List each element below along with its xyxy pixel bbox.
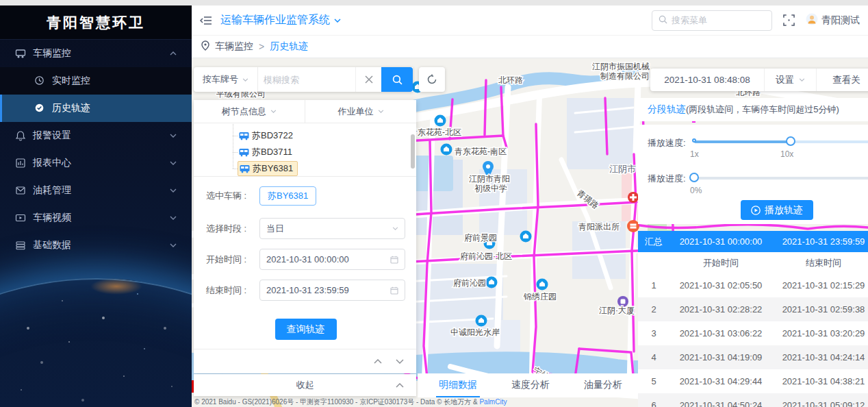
table-row[interactable]: 5 2021-10-31 04:29:44 2021-10-31 04:38:2…: [638, 369, 868, 393]
globe-decoration: [0, 247, 192, 407]
sidebar-item-base-data[interactable]: 基础数据: [0, 232, 192, 259]
user-menu[interactable]: 青阳测试: [806, 13, 860, 28]
menu-search-input[interactable]: [672, 15, 754, 25]
poi-icon[interactable]: [520, 231, 532, 243]
table-row[interactable]: 3 2021-10-31 03:06:22 2021-10-31 03:20:2…: [638, 321, 868, 345]
menu-search-box[interactable]: [652, 10, 772, 31]
breadcrumb: 车辆监控 > 历史轨迹: [192, 36, 868, 58]
search-button[interactable]: [381, 67, 413, 92]
col-end-time: 结束时间: [772, 257, 868, 269]
breadcrumb-current[interactable]: 历史轨迹: [270, 40, 308, 53]
poi-icon[interactable]: [537, 279, 548, 291]
clear-search-button[interactable]: [355, 67, 381, 92]
app-root: 青阳智慧环卫 车辆监控 实时监控 历史轨: [0, 0, 868, 407]
sidebar-item-vehicle-monitor[interactable]: 车辆监控: [0, 40, 192, 67]
tree-scrollbar[interactable]: [411, 134, 415, 169]
sidebar-collapse-icon[interactable]: [200, 16, 212, 25]
poi-icon[interactable]: [486, 277, 498, 288]
breadcrumb-section[interactable]: 车辆监控: [215, 40, 253, 53]
table-row[interactable]: 4 2021-10-31 04:19:09 2021-10-31 04:24:1…: [638, 345, 868, 369]
system-switch-caret-icon[interactable]: [334, 18, 341, 23]
report-icon: [15, 158, 26, 169]
globe-glow: [90, 278, 142, 295]
tab-tree-node-info[interactable]: 树节点信息: [194, 100, 305, 123]
period-select[interactable]: 当日: [259, 218, 405, 239]
query-form: 选中车辆 : 苏BY6381 选择时段 : 当日 开始时间 : 2021-10-…: [194, 177, 416, 340]
bus-icon: [239, 148, 249, 157]
sidebar-item-history-track[interactable]: 历史轨迹: [0, 95, 192, 122]
table-header-row: 开始时间 结束时间: [638, 252, 868, 273]
sidebar-item-label: 历史轨迹: [52, 102, 90, 114]
tree-node-vehicle[interactable]: 苏BD3711: [194, 144, 416, 160]
fuzzy-search-input[interactable]: [258, 67, 355, 92]
chevron-down-icon: [170, 161, 177, 165]
svg-text:府前景园: 府前景园: [464, 233, 497, 243]
tab-detail-data[interactable]: 明细数据: [422, 379, 494, 397]
analysis-tabbar: 明细数据 速度分析 油量分析: [418, 373, 643, 397]
poi-icon[interactable]: [441, 144, 452, 156]
speed-label: 播放速度:: [648, 137, 686, 149]
system-title[interactable]: 运输车辆作业监管系统: [220, 13, 330, 27]
sidebar-item-fuel-management[interactable]: 油耗管理: [0, 177, 192, 204]
collapse-panel-button[interactable]: 收起: [194, 374, 416, 396]
calendar-icon: [390, 256, 398, 264]
selected-vehicle-label: 选中车辆 :: [206, 190, 259, 202]
end-time-label: 结束时间 :: [206, 284, 259, 297]
sidebar-item-vehicle-video[interactable]: 车辆视频: [0, 204, 192, 232]
table-row[interactable]: 6 2021-10-31 04:50:24 2021-10-31 05:09:1…: [638, 393, 868, 407]
sidebar-item-alarm-settings[interactable]: 报警设置: [0, 122, 192, 149]
header-right: 青阳测试: [652, 10, 860, 31]
tab-fuel-analysis[interactable]: 油量分析: [567, 379, 639, 397]
tab-speed-analysis[interactable]: 速度分析: [494, 379, 567, 397]
username-label: 青阳测试: [821, 14, 860, 27]
settings-dropdown[interactable]: 设置: [764, 69, 816, 91]
page-down-icon[interactable]: [396, 359, 404, 364]
avatar: [806, 13, 818, 28]
poi-icon[interactable]: [476, 315, 487, 327]
play-icon: [751, 206, 761, 215]
track-query-panel: 树节点信息 作业单位 苏BD3722 苏BD3711: [194, 100, 416, 373]
play-track-button[interactable]: 播放轨迹: [741, 200, 813, 220]
period-label: 选择时段 :: [206, 223, 259, 235]
refresh-button[interactable]: [419, 67, 445, 92]
speed-slider-handle[interactable]: [786, 136, 795, 146]
realtime-monitor-icon: [34, 75, 45, 86]
selected-vehicle-tag[interactable]: 苏BY6381: [259, 186, 316, 206]
poi-icon[interactable]: [435, 115, 446, 127]
progress-slider[interactable]: [694, 177, 868, 180]
panel-pager: [194, 349, 416, 373]
tab-work-unit[interactable]: 作业单位: [305, 100, 416, 123]
palmcity-link[interactable]: PalmCity: [479, 398, 507, 406]
svg-text:江阴·大厦: 江阴·大厦: [599, 306, 635, 315]
segment-track-title[interactable]: 分段轨迹: [648, 103, 686, 116]
location-pin-icon: [201, 40, 209, 53]
end-time-input[interactable]: 2021-10-31 23:59:59: [259, 280, 405, 301]
sidebar-item-label: 报警设置: [33, 130, 71, 142]
speed-slider[interactable]: [694, 140, 868, 143]
tree-node-vehicle[interactable]: 苏BD3722: [194, 127, 416, 144]
start-time-label: 开始时间 :: [206, 254, 259, 266]
speed-slider-start-dot: [692, 138, 696, 143]
database-icon: [15, 240, 26, 251]
bus-icon: [240, 164, 250, 173]
bus-icon: [239, 132, 249, 140]
start-time-input[interactable]: 2021-10-31 00:00:00: [259, 249, 405, 270]
fullscreen-icon[interactable]: [783, 14, 795, 26]
sidebar-item-report-center[interactable]: 报表中心: [0, 149, 192, 177]
sidebar-item-label: 实时监控: [52, 75, 90, 87]
table-row[interactable]: 1 2021-10-31 02:05:50 2021-10-31 02:15:2…: [638, 273, 868, 297]
search-type-select[interactable]: 按车牌号: [194, 67, 258, 92]
svg-text:制造有限公司: 制造有限公司: [600, 71, 650, 81]
hospital-icon[interactable]: [628, 192, 639, 203]
summary-start: 2021-10-31 00:00:00: [669, 236, 772, 247]
chevron-down-icon: [378, 110, 384, 113]
progress-slider-handle[interactable]: [689, 173, 699, 182]
view-related-button[interactable]: 查看关: [816, 69, 868, 91]
page-up-icon[interactable]: [374, 359, 382, 364]
sidebar-item-realtime-monitor[interactable]: 实时监控: [0, 67, 192, 95]
table-row[interactable]: 2 2021-10-31 02:28:22 2021-10-31 02:59:3…: [638, 297, 868, 321]
breadcrumb-separator: >: [259, 41, 264, 52]
chevron-down-icon: [170, 188, 177, 193]
tree-node-vehicle-selected[interactable]: 苏BY6381: [194, 160, 416, 177]
query-track-button[interactable]: 查询轨迹: [275, 319, 337, 340]
